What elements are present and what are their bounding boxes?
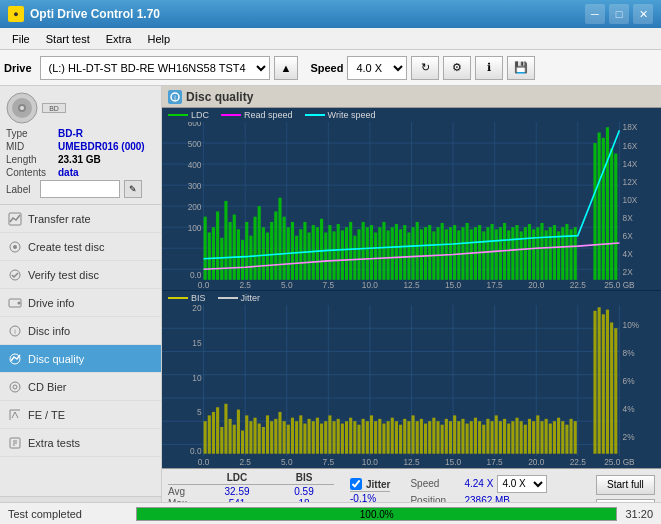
svg-rect-253: [416, 422, 419, 455]
drive-label: Drive: [4, 62, 32, 74]
svg-rect-88: [291, 222, 294, 280]
svg-rect-297: [614, 329, 617, 454]
svg-text:i: i: [174, 94, 176, 101]
menu-start-test[interactable]: Start test: [38, 31, 98, 47]
speed-label: Speed: [310, 62, 343, 74]
svg-rect-214: [253, 418, 256, 454]
svg-text:20.0: 20.0: [528, 280, 545, 290]
svg-text:15.0: 15.0: [445, 280, 462, 290]
info-button[interactable]: ℹ: [475, 56, 503, 80]
svg-rect-223: [291, 418, 294, 454]
svg-rect-160: [606, 127, 609, 280]
svg-rect-258: [436, 422, 439, 455]
save-button[interactable]: 💾: [507, 56, 535, 80]
sidebar-item-extra-tests[interactable]: Extra tests: [0, 429, 161, 457]
svg-rect-221: [283, 422, 286, 455]
svg-text:0.0: 0.0: [198, 280, 210, 290]
sidebar-item-disc-info[interactable]: i Disc info: [0, 317, 161, 345]
svg-rect-246: [387, 422, 390, 455]
contents-label: Contents: [6, 167, 58, 178]
svg-rect-282: [536, 416, 539, 454]
sidebar-item-transfer-rate[interactable]: Transfer rate: [0, 205, 161, 233]
eject-button[interactable]: ▲: [274, 56, 299, 80]
svg-rect-205: [216, 408, 219, 454]
drive-select[interactable]: (L:) HL-DT-ST BD-RE WH16NS58 TST4: [40, 56, 270, 80]
jitter-header: Jitter: [366, 479, 390, 490]
sidebar-item-cd-bier[interactable]: CD Bier: [0, 373, 161, 401]
speed-dropdown[interactable]: 4.0 X: [497, 475, 547, 493]
speed-select[interactable]: 4.0 X: [347, 56, 407, 80]
svg-rect-158: [598, 133, 601, 280]
sidebar-item-drive-info[interactable]: Drive info: [0, 289, 161, 317]
svg-rect-260: [445, 419, 448, 454]
svg-rect-137: [495, 229, 498, 279]
svg-rect-279: [524, 425, 527, 454]
svg-rect-109: [378, 227, 381, 280]
svg-text:8%: 8%: [623, 348, 635, 359]
menu-file[interactable]: File: [4, 31, 38, 47]
svg-rect-147: [536, 227, 539, 280]
svg-rect-146: [532, 229, 535, 279]
svg-rect-241: [366, 422, 369, 455]
svg-rect-152: [557, 231, 560, 279]
svg-text:300: 300: [188, 181, 202, 191]
svg-rect-234: [337, 419, 340, 454]
svg-rect-84: [274, 211, 277, 279]
svg-text:10%: 10%: [623, 320, 640, 331]
svg-text:6X: 6X: [623, 231, 634, 241]
svg-rect-94: [316, 227, 319, 280]
maximize-button[interactable]: □: [609, 4, 629, 24]
mid-value: UMEBDR016 (000): [58, 141, 145, 152]
svg-rect-207: [224, 404, 227, 454]
refresh-button[interactable]: ↻: [411, 56, 439, 80]
length-value: 23.31 GB: [58, 154, 101, 165]
sidebar-item-create-test-disc[interactable]: Create test disc: [0, 233, 161, 261]
start-full-button[interactable]: Start full: [596, 475, 655, 495]
sidebar-item-fe-te[interactable]: FE / TE: [0, 401, 161, 429]
svg-rect-263: [457, 422, 460, 455]
svg-text:2%: 2%: [623, 432, 635, 443]
svg-point-12: [10, 354, 20, 364]
close-button[interactable]: ✕: [633, 4, 653, 24]
svg-rect-272: [495, 416, 498, 454]
svg-rect-292: [593, 311, 596, 454]
svg-text:12X: 12X: [623, 177, 638, 187]
svg-text:2.5: 2.5: [239, 280, 251, 290]
app-icon: ●: [8, 6, 24, 22]
svg-text:0.0: 0.0: [190, 270, 202, 280]
svg-rect-217: [266, 416, 269, 454]
disc-quality-icon: [8, 352, 22, 366]
mid-label: MID: [6, 141, 58, 152]
jitter-checkbox[interactable]: [350, 478, 362, 490]
settings-button[interactable]: ⚙: [443, 56, 471, 80]
svg-rect-274: [503, 419, 506, 454]
svg-rect-151: [553, 225, 556, 280]
svg-rect-98: [332, 231, 335, 279]
svg-rect-161: [610, 148, 613, 280]
bis-header: BIS: [274, 472, 334, 483]
label-edit-button[interactable]: ✎: [124, 180, 142, 198]
menu-help[interactable]: Help: [139, 31, 178, 47]
svg-rect-220: [278, 412, 281, 454]
sidebar-item-verify-test-disc[interactable]: Verify test disc: [0, 261, 161, 289]
svg-rect-285: [549, 424, 552, 454]
svg-rect-203: [208, 416, 211, 454]
menu-extra[interactable]: Extra: [98, 31, 140, 47]
svg-rect-232: [328, 416, 331, 454]
minimize-button[interactable]: ─: [585, 4, 605, 24]
label-input[interactable]: [40, 180, 120, 198]
svg-text:4%: 4%: [623, 404, 635, 415]
svg-rect-230: [320, 424, 323, 454]
svg-rect-277: [515, 418, 518, 454]
chart-header: i Disc quality: [162, 86, 661, 108]
svg-rect-99: [337, 224, 340, 280]
disc-info-icon: i: [8, 324, 22, 338]
svg-rect-252: [412, 416, 415, 454]
svg-rect-236: [345, 422, 348, 455]
top-legend: LDC Read speed Write speed: [162, 108, 661, 122]
svg-rect-110: [382, 222, 385, 280]
svg-rect-67: [204, 217, 207, 280]
sidebar-item-disc-quality[interactable]: Disc quality: [0, 345, 161, 373]
svg-rect-85: [278, 198, 281, 280]
svg-rect-256: [428, 422, 431, 455]
